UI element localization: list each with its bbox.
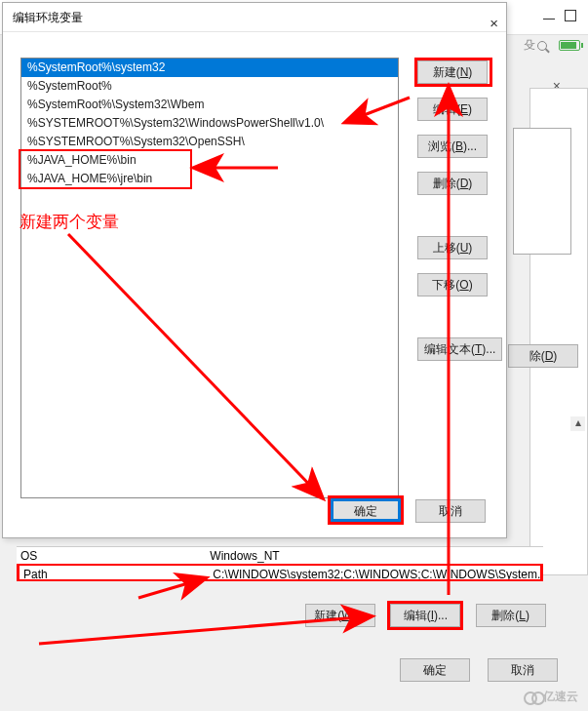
move-down-button[interactable]: 下移(O) bbox=[417, 273, 488, 296]
list-item[interactable]: %SystemRoot%\System32\Wbem bbox=[21, 96, 398, 114]
sysvar-value: C:\WINDOWS\system32;C:\WINDOWS;C:\WINDOW… bbox=[213, 566, 543, 581]
parent-ok-button[interactable]: 确定 bbox=[400, 658, 470, 682]
browse-button[interactable]: 浏览(B)... bbox=[417, 135, 488, 158]
battery-icon bbox=[559, 40, 580, 51]
parent-panel-fragment: ▴ bbox=[529, 88, 588, 575]
list-item[interactable]: %JAVA_HOME%\bin bbox=[21, 151, 398, 170]
parent-delete-button[interactable]: 除(D) bbox=[508, 344, 578, 368]
list-item[interactable]: %SYSTEMROOT%\System32\WindowsPowerShell\… bbox=[21, 114, 398, 133]
cancel-button[interactable]: 取消 bbox=[415, 499, 486, 523]
maximize-icon[interactable] bbox=[565, 10, 576, 21]
dialog-title: 编辑环境变量 bbox=[13, 11, 83, 24]
sysvar-edit-button[interactable]: 编辑(I)... bbox=[390, 604, 460, 627]
move-up-button[interactable]: 上移(U) bbox=[417, 236, 488, 259]
sysvar-name: OS bbox=[17, 547, 207, 564]
sysvar-row-os[interactable]: OS Windows_NT bbox=[17, 546, 543, 564]
edit-button[interactable]: 编辑(E) bbox=[417, 98, 488, 121]
sysvar-name: Path bbox=[20, 566, 210, 581]
watermark: 亿速云 bbox=[524, 688, 578, 705]
delete-button[interactable]: 删除(D) bbox=[417, 172, 488, 195]
path-entries-listbox[interactable]: %SystemRoot%\system32 %SystemRoot% %Syst… bbox=[20, 58, 399, 498]
parent-search-fragment: 殳 bbox=[524, 37, 547, 54]
dialog-titlebar: 编辑环境变量 × bbox=[3, 3, 506, 32]
minimize-icon[interactable] bbox=[543, 10, 555, 21]
sysvar-row-path[interactable]: Path C:\WINDOWS\system32;C:\WINDOWS;C:\W… bbox=[17, 564, 543, 581]
scroll-up-icon[interactable]: ▴ bbox=[570, 416, 585, 431]
list-item[interactable]: %SystemRoot% bbox=[21, 77, 398, 96]
sysvar-delete-button[interactable]: 删除(L) bbox=[476, 604, 546, 627]
watermark-logo-icon bbox=[524, 690, 543, 703]
edit-text-button[interactable]: 编辑文本(T)... bbox=[417, 337, 502, 361]
edit-env-var-dialog: 编辑环境变量 × %SystemRoot%\system32 %SystemRo… bbox=[2, 2, 507, 538]
dialog-button-column: 新建(N) 编辑(E) 浏览(B)... 删除(D) 上移(U) 下移(O) 编… bbox=[414, 58, 492, 372]
search-icon[interactable] bbox=[537, 41, 547, 51]
list-item[interactable]: %SYSTEMROOT%\System32\OpenSSH\ bbox=[21, 133, 398, 151]
sysvar-new-button[interactable]: 新建(W)... bbox=[305, 604, 375, 627]
ok-button[interactable]: 确定 bbox=[331, 498, 401, 522]
list-item[interactable]: %SystemRoot%\system32 bbox=[21, 59, 398, 77]
parent-cancel-button[interactable]: 取消 bbox=[488, 658, 558, 682]
new-button[interactable]: 新建(N) bbox=[417, 60, 488, 84]
sysvar-value: Windows_NT bbox=[210, 547, 279, 564]
svg-line-5 bbox=[138, 578, 205, 598]
list-item[interactable]: %JAVA_HOME%\jre\bin bbox=[21, 170, 398, 188]
